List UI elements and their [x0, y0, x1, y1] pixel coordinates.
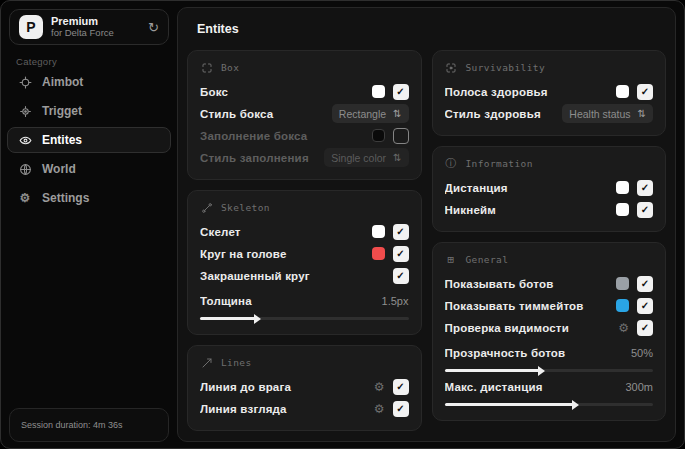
check-icon: ✓ [396, 404, 404, 414]
select-box-1[interactable]: Rectangle⇅ [332, 104, 409, 123]
card-header-information: ⓘInformation [445, 157, 654, 170]
gear-icon[interactable]: ⚙ [374, 403, 385, 415]
card-title: Lines [221, 357, 252, 368]
checkbox-checked[interactable]: ✓ [393, 379, 409, 395]
checkbox-checked[interactable]: ✓ [637, 276, 653, 292]
card-title: Survivability [466, 62, 546, 73]
page-title: Entites [197, 22, 666, 36]
session-duration-label: Session duration: 4m 36s [21, 420, 123, 430]
info-icon: ⓘ [445, 157, 458, 170]
slider-fill [200, 317, 256, 320]
row-controls: ⚙✓ [374, 379, 409, 395]
select-value: Rectangle [339, 108, 386, 120]
setting-row: Никнейм✓ [445, 199, 654, 220]
row-controls: ⚙✓ [618, 320, 653, 336]
sidebar-item-label: World [42, 162, 76, 176]
chevron-up-down-icon: ⇅ [638, 109, 646, 119]
setting-label: Линия взгляда [200, 403, 366, 415]
row-controls: Rectangle⇅ [332, 104, 409, 123]
refresh-icon[interactable]: ↻ [148, 21, 159, 34]
sidebar-item-world[interactable]: World [7, 156, 171, 182]
color-swatch[interactable] [372, 85, 385, 98]
setting-label: Круг на голове [200, 248, 364, 260]
color-swatch[interactable] [616, 203, 629, 216]
row-controls: ✓ [372, 224, 409, 240]
color-swatch[interactable] [616, 85, 629, 98]
setting-row: Стиль заполненияSingle color⇅ [200, 147, 409, 168]
setting-label: Макс. дистанция [445, 381, 626, 393]
line-icon [200, 356, 213, 369]
row-controls: ✓ [616, 180, 653, 196]
target-icon [18, 105, 32, 118]
row-controls: ✓ [616, 298, 653, 314]
color-swatch[interactable] [372, 129, 385, 142]
card-general: ⊞GeneralПоказывать ботов✓Показывать тимм… [432, 242, 667, 421]
check-icon: ✓ [396, 271, 404, 281]
brand-card: P Premium for Delta Force ↻ [9, 9, 169, 45]
card-skeleton: SkeletonСкелет✓Круг на голове✓Закрашенны… [187, 190, 422, 335]
slider-fill [445, 369, 541, 372]
color-swatch[interactable] [372, 225, 385, 238]
slider[interactable] [445, 369, 654, 372]
sidebar-item-entites[interactable]: Entites [7, 127, 171, 153]
slider-thumb[interactable] [572, 400, 579, 410]
checkbox-checked[interactable]: ✓ [393, 224, 409, 240]
setting-row-slider: Толщина1.5px [200, 291, 409, 320]
setting-row: Показывать тиммейтов✓ [445, 295, 654, 316]
setting-label: Стиль здоровья [445, 108, 555, 120]
slider-thumb[interactable] [538, 366, 545, 376]
setting-row: Линия взгляда⚙✓ [200, 398, 409, 419]
sidebar-item-trigget[interactable]: Trigget [7, 98, 171, 124]
gear-icon: ⚙ [18, 192, 32, 204]
card-title: General [466, 254, 509, 265]
color-swatch[interactable] [616, 299, 629, 312]
setting-row-slider: Прозрачность ботов50% [445, 343, 654, 372]
setting-row: Проверка видимости⚙✓ [445, 317, 654, 338]
row-controls: Single color⇅ [324, 148, 408, 167]
category-label: Category [16, 56, 57, 67]
setting-row: Закрашенный круг✓ [200, 265, 409, 286]
card-columns: BoxБокс✓Стиль боксаRectangle⇅Заполнение … [187, 50, 666, 431]
slider[interactable] [200, 317, 409, 320]
setting-label: Толщина [200, 295, 382, 307]
card-header-survivability: Survivability [445, 61, 654, 74]
globe-icon [18, 163, 32, 176]
brand-text: Premium for Delta Force [51, 15, 114, 39]
app-window: P Premium for Delta Force ↻ Category Aim… [0, 0, 685, 449]
slider-value: 50% [631, 347, 653, 359]
card-header-general: ⊞General [445, 253, 654, 266]
color-swatch[interactable] [616, 277, 629, 290]
checkbox-checked[interactable]: ✓ [393, 401, 409, 417]
slider-thumb[interactable] [254, 314, 261, 324]
color-swatch[interactable] [616, 181, 629, 194]
sidebar-item-settings[interactable]: ⚙Settings [7, 185, 171, 211]
checkbox-checked[interactable]: ✓ [637, 202, 653, 218]
select-box-3[interactable]: Single color⇅ [324, 148, 408, 167]
chevron-up-down-icon: ⇅ [393, 153, 401, 163]
select-survivability-1[interactable]: Health status⇅ [562, 104, 653, 123]
checkbox-checked[interactable]: ✓ [393, 246, 409, 262]
slider[interactable] [445, 403, 654, 406]
checkbox-unchecked[interactable] [393, 128, 409, 144]
setting-label: Показывать ботов [445, 278, 609, 290]
sidebar-nav: AimbotTriggetEntitesWorld⚙Settings [7, 69, 171, 211]
chevron-up-down-icon: ⇅ [393, 109, 401, 119]
session-card: Session duration: 4m 36s [9, 408, 169, 442]
checkbox-checked[interactable]: ✓ [393, 84, 409, 100]
sidebar-item-aimbot[interactable]: Aimbot [7, 69, 171, 95]
color-swatch[interactable] [372, 247, 385, 260]
checkbox-checked[interactable]: ✓ [637, 180, 653, 196]
gear-icon[interactable]: ⚙ [374, 381, 385, 393]
gear-icon[interactable]: ⚙ [618, 322, 629, 334]
card-header-lines: Lines [200, 356, 409, 369]
checkbox-checked[interactable]: ✓ [637, 84, 653, 100]
row-controls: ✓ [372, 246, 409, 262]
checkbox-checked[interactable]: ✓ [637, 298, 653, 314]
check-icon: ✓ [641, 205, 649, 215]
column-right: SurvivabilityПолоса здоровья✓Стиль здоро… [432, 50, 667, 421]
setting-row: Стиль боксаRectangle⇅ [200, 103, 409, 124]
setting-label: Дистанция [445, 182, 609, 194]
sidebar-item-label: Trigget [42, 104, 82, 118]
checkbox-checked[interactable]: ✓ [637, 320, 653, 336]
checkbox-checked[interactable]: ✓ [393, 268, 409, 284]
